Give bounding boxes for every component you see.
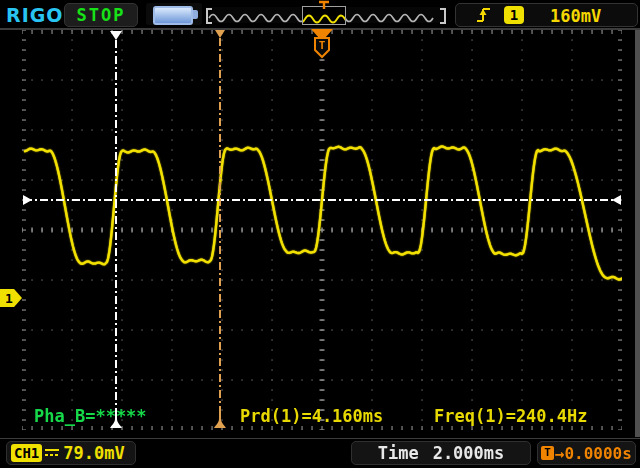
channel1-scale-readout: 79.0mV [63,443,124,463]
v-cursor-orange-line[interactable] [219,38,221,412]
rising-edge-trigger-icon [476,6,491,24]
run-stop-button[interactable]: STOP [64,3,138,27]
oscilloscope-screen: RIGOL STOP 1 160mV [0,0,640,468]
battery-nub [193,10,198,19]
svg-text:T: T [319,39,326,52]
battery-body [153,6,193,25]
v-cursor-orange-foot-marker [213,412,227,429]
trigger-offset-t-icon: T [541,446,554,460]
channel1-status-box[interactable]: CH1 79.0mV [6,441,136,465]
v-cursor-white-line[interactable] [115,40,117,412]
strip-window-wave-icon [302,8,346,24]
channel1-badge: CH1 [11,444,42,462]
h-cursor-left-arrow [23,195,32,205]
h-cursor-line[interactable] [24,199,620,201]
bottom-separator [0,438,640,439]
timebase-label: Time [378,443,419,463]
v-cursor-orange-top-marker [215,30,225,38]
strip-left-bracket [206,8,212,24]
measurement-phase: Pha_B=***** [34,406,147,426]
channel1-position-marker[interactable]: 1 [0,289,22,307]
graticule-canvas [22,30,622,430]
waveform-position-strip[interactable] [206,7,446,23]
trigger-offset-value: →0.0000s [555,444,632,463]
trigger-level-readout: 160mV [550,6,601,26]
trigger-info-box: 1 160mV [455,3,638,27]
trigger-source-badge: 1 [504,6,524,24]
strip-trigger-t-icon [318,0,330,10]
right-bezel-strip [635,30,640,437]
v-cursor-white-top-marker [110,31,122,40]
h-cursor-right-arrow [612,195,621,205]
measurement-frequency: Freq(1)=240.4Hz [434,406,588,426]
trigger-t-marker[interactable]: T [311,29,333,65]
trigger-offset-box: T →0.0000s [537,441,636,465]
timebase-value: 2.000ms [433,443,505,463]
strip-right-bracket [440,8,446,24]
dc-coupling-icon [45,447,59,459]
measurement-period: Prd(1)=4.160ms [240,406,383,426]
battery-icon [146,3,202,25]
timebase-box: Time 2.000ms [351,441,531,465]
